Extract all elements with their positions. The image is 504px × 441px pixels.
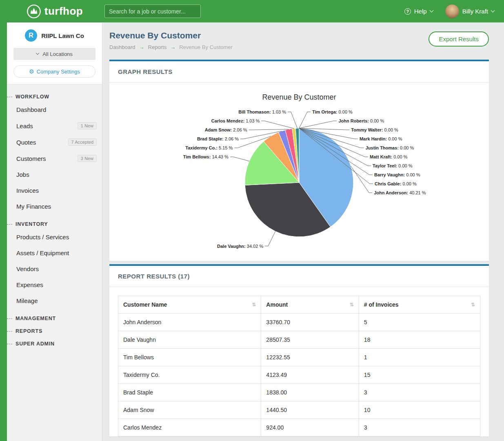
sidebar-item-label: Mileage	[16, 297, 38, 304]
page-title: Revenue By Customer	[109, 31, 233, 40]
sidebar-item-label: Products / Services	[16, 234, 69, 241]
turfhop-logo[interactable]: turfhop	[7, 4, 102, 19]
sidebar-item-leads[interactable]: Leads1 New	[7, 118, 102, 134]
table-header-row: Customer Name⇅Amount⇅# of Invoices⇅	[118, 296, 480, 314]
sidebar-item-vendors[interactable]: Vendors	[7, 261, 102, 277]
table-cell: Brad Staple	[118, 384, 261, 401]
location-selector-label: All Locations	[42, 51, 73, 57]
report-results-panel: REPORT RESULTS (17) Customer Name⇅Amount…	[109, 264, 489, 437]
sidebar-section-workflow[interactable]: WORKFLOW	[7, 94, 102, 100]
table-cell: Taxidermy Co.	[118, 366, 261, 384]
graph-results-panel: GRAPH RESULTS Revenue By CustomerBill Th…	[109, 60, 489, 261]
pie-label-bill-thomason: Bill Thomason: 1.03 %	[238, 109, 286, 114]
sidebar-item-assets-equipment[interactable]: Assets / Equipment	[7, 245, 102, 261]
avatar	[445, 4, 459, 18]
sidebar-item-label: Expenses	[16, 281, 43, 288]
sidebar-section-management[interactable]: MANAGEMENT	[7, 316, 102, 321]
status-badge: 7 Accepted	[68, 138, 97, 146]
sidebar-item-expenses[interactable]: Expenses	[7, 277, 102, 293]
sidebar-section-reports[interactable]: REPORTS	[7, 328, 102, 334]
left-accent-strip	[0, 22, 7, 441]
sidebar-section-label: WORKFLOW	[16, 94, 49, 100]
breadcrumb-dashboard[interactable]: Dashboard	[109, 44, 135, 50]
help-icon: ?	[404, 8, 411, 15]
pie-label-john-roberts: John Roberts: 0.00 %	[338, 118, 384, 123]
sidebar-item-label: Customers	[16, 155, 46, 162]
pie-label-connector	[261, 121, 294, 129]
pie-label-adam-snow: Adam Snow: 2.06 %	[205, 127, 247, 132]
pie-label-taxidermy-co: Taxidermy Co.: 5.15 %	[185, 145, 233, 150]
chevron-down-icon	[36, 51, 39, 55]
report-results-title: REPORT RESULTS (17)	[109, 266, 489, 287]
table-cell: John Anderson	[118, 314, 261, 331]
status-badge: 1 New	[78, 122, 97, 129]
table-cell: 15	[359, 366, 480, 384]
pie-label-john-anderson: John Anderson: 40.21 %	[374, 190, 426, 195]
tree-dash	[7, 331, 12, 332]
col-header-of-invoices[interactable]: # of Invoices⇅	[359, 296, 480, 314]
sidebar-nav: WORKFLOWDashboardLeads1 NewQuotes7 Accep…	[7, 85, 102, 349]
sidebar-item-label: Jobs	[16, 171, 29, 178]
pie-label-connector	[351, 166, 372, 193]
sidebar-section-inventory[interactable]: INVENTORY	[7, 221, 102, 227]
sidebar-item-dashboard[interactable]: Dashboard	[7, 102, 102, 118]
col-header-label: Amount	[266, 301, 288, 308]
table-cell: Tim Bellows	[118, 349, 261, 366]
company-logo: R	[25, 29, 37, 42]
sidebar-section-label: REPORTS	[16, 328, 42, 334]
help-menu[interactable]: ? Help	[404, 8, 433, 15]
sidebar-item-quotes[interactable]: Quotes7 Accepted	[7, 134, 102, 150]
sidebar-item-customers[interactable]: Customers3 New	[7, 150, 102, 167]
user-menu[interactable]: Billy Kraft	[445, 4, 494, 18]
table-row-taxidermy-co[interactable]: Taxidermy Co.4123.4915	[118, 366, 480, 384]
col-header-amount[interactable]: Amount⇅	[261, 296, 359, 314]
sidebar-section-super-admin[interactable]: SUPER ADMIN	[7, 341, 102, 347]
breadcrumb-arrow-icon: →	[139, 44, 144, 50]
table-cell: 33760.70	[261, 314, 359, 331]
table-cell: Carlos Mendez	[118, 419, 261, 437]
sidebar-item-invoices[interactable]: Invoices	[7, 183, 102, 198]
sidebar-section-label: MANAGEMENT	[16, 316, 56, 321]
sidebar-item-my-finances[interactable]: My Finances	[7, 198, 102, 214]
sidebar: R RIIPL Lawn Co All Locations ⚙ Company …	[7, 22, 102, 441]
pie-label-chris-gable: Chris Gable: 0.00 %	[375, 181, 417, 186]
table-row-tim-bellows[interactable]: Tim Bellows12232.551	[118, 349, 480, 366]
sidebar-item-mileage[interactable]: Mileage	[7, 293, 102, 309]
company-settings-button[interactable]: ⚙ Company Settings	[13, 65, 95, 78]
tree-dash	[7, 97, 12, 97]
user-name: Billy Kraft	[462, 8, 488, 15]
location-selector[interactable]: All Locations	[13, 48, 95, 60]
table-row-dale-vaughn[interactable]: Dale Vaughn28507.3518	[118, 331, 480, 349]
pie-label-tim-bellows: Tim Bellows: 14.43 %	[183, 154, 229, 159]
table-row-carlos-mendez[interactable]: Carlos Mendez924.003	[118, 419, 480, 437]
pie-label-dale-vaughn: Dale Vaughn: 34.02 %	[217, 244, 263, 249]
sidebar-item-products-services[interactable]: Products / Services	[7, 229, 102, 245]
table-cell: 3	[359, 419, 480, 437]
table-row-brad-staple[interactable]: Brad Staple1838.003	[118, 384, 480, 401]
chevron-down-icon	[429, 9, 433, 13]
table-row-adam-snow[interactable]: Adam Snow1440.5010	[118, 401, 480, 419]
sidebar-item-jobs[interactable]: Jobs	[7, 167, 102, 183]
pie-label-connector	[299, 121, 337, 128]
gear-icon: ⚙	[29, 68, 34, 75]
search-input[interactable]	[104, 4, 201, 18]
pie-label-connector	[299, 112, 311, 128]
sidebar-section-label: SUPER ADMIN	[16, 341, 55, 347]
col-header-customer-name[interactable]: Customer Name⇅	[118, 296, 261, 314]
pie-chart: Revenue By CustomerBill Thomason: 1.03 %…	[109, 82, 489, 261]
pie-label-barry-vaughn: Barry Vaughn: 0.00 %	[374, 172, 420, 177]
table-cell: 5	[359, 314, 480, 331]
breadcrumb: Dashboard → Reports → Revenue By Custome…	[109, 44, 233, 50]
sidebar-item-label: My Finances	[16, 203, 51, 210]
company[interactable]: R RIIPL Lawn Co	[13, 29, 95, 42]
pie-label-connector	[230, 157, 249, 161]
table-cell: 4123.49	[261, 366, 359, 384]
sidebar-item-label: Vendors	[16, 265, 39, 272]
export-results-button[interactable]: Export Results	[429, 31, 489, 47]
table-row-john-anderson[interactable]: John Anderson33760.705	[118, 314, 480, 331]
sidebar-item-label: Dashboard	[16, 106, 46, 113]
tree-dash	[7, 318, 12, 319]
table-cell: Dale Vaughn	[118, 331, 261, 349]
main-content: Revenue By Customer Dashboard → Reports …	[102, 22, 504, 441]
breadcrumb-reports[interactable]: Reports	[148, 44, 167, 50]
